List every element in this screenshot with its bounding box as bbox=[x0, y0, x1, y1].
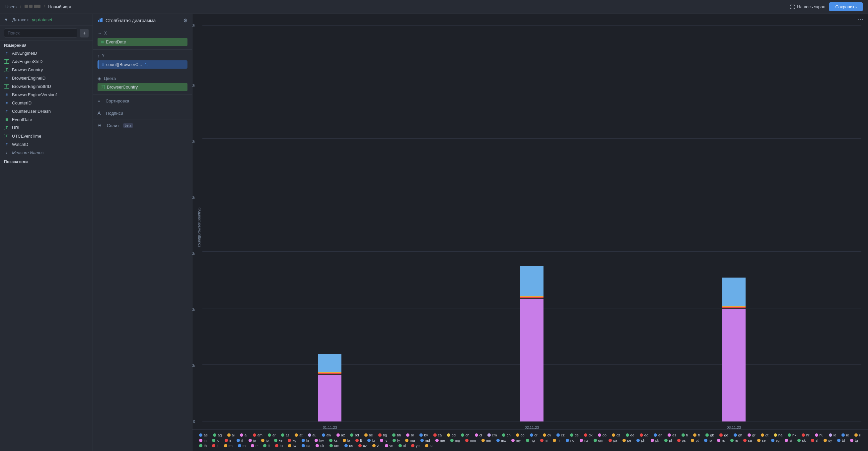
bar-stack-1[interactable] bbox=[318, 354, 341, 421]
text-icon: T bbox=[4, 134, 9, 138]
legend-dot bbox=[850, 439, 854, 442]
legend-label: kr bbox=[306, 439, 309, 442]
legend-dot bbox=[743, 439, 747, 442]
y-field-chip[interactable]: # count([BrowserC... fω bbox=[98, 60, 187, 69]
legend-item: ag bbox=[213, 433, 222, 437]
legend-item: ai bbox=[227, 433, 235, 437]
bar-seg-blue bbox=[520, 266, 544, 296]
colors-field-chip[interactable]: T BrowserCountry bbox=[98, 83, 187, 91]
legend-label: td bbox=[842, 439, 845, 442]
field-BrowserCountry[interactable]: T BrowserCountry bbox=[0, 66, 93, 74]
field-CounterUserIDHash[interactable]: # CounterUserIDHash bbox=[0, 107, 93, 116]
legend-dot bbox=[199, 444, 203, 447]
settings-icon[interactable]: ⚙ bbox=[183, 18, 187, 24]
fullscreen-button[interactable]: На весь экран bbox=[790, 4, 825, 9]
legend-label: mx bbox=[501, 439, 506, 442]
bar-stack-2[interactable] bbox=[520, 266, 544, 421]
legend-dot bbox=[355, 439, 359, 442]
legend-label: ir bbox=[229, 439, 231, 442]
hash-icon: # bbox=[4, 93, 9, 97]
y-axis-text: count([BrowserCountry]) bbox=[196, 25, 203, 429]
legend-item: mm bbox=[465, 439, 476, 442]
legend-label: gb bbox=[710, 433, 714, 437]
legend-dot bbox=[213, 433, 216, 437]
legend-label: it bbox=[241, 439, 243, 442]
main-layout: ▼ Датасет: yq-dataset + Измерения # AdvE… bbox=[0, 14, 868, 451]
legend-item: mx bbox=[496, 439, 506, 442]
dataset-link[interactable]: yq-dataset bbox=[32, 17, 53, 22]
field-AdvEngineStrID[interactable]: T AdvEngineStrID bbox=[0, 57, 93, 66]
legend-label: cz bbox=[561, 433, 565, 437]
svg-rect-1 bbox=[29, 5, 33, 8]
legend-item: tt bbox=[263, 444, 270, 448]
legend-item: lt bbox=[355, 439, 362, 442]
field-BrowserEngineStrID[interactable]: T BrowserEngineStrID bbox=[0, 82, 93, 91]
more-options-button[interactable]: ··· bbox=[858, 17, 864, 23]
legend-item: as bbox=[281, 433, 290, 437]
legend-label: br bbox=[411, 433, 414, 437]
labels-section: A Подписи bbox=[93, 107, 192, 119]
dimensions-title: Измерения bbox=[0, 40, 93, 49]
x-tick-3: 03.11.23 bbox=[727, 425, 741, 429]
legend-dot bbox=[717, 439, 720, 442]
search-input[interactable] bbox=[4, 29, 77, 37]
legend-item: do bbox=[598, 433, 607, 437]
legend-label: in bbox=[204, 439, 207, 442]
legend-dot bbox=[771, 439, 774, 442]
legend-item: hu bbox=[815, 433, 824, 437]
legend-dot bbox=[598, 433, 601, 437]
x-field-chip[interactable]: ⊞ EventDate bbox=[98, 38, 187, 46]
legend-dot bbox=[420, 433, 423, 437]
sidebar: ▼ Датасет: yq-dataset + Измерения # AdvE… bbox=[0, 14, 93, 451]
fullscreen-icon bbox=[790, 5, 795, 9]
hash-icon: # bbox=[4, 101, 9, 105]
legend-dot bbox=[530, 433, 533, 437]
hash-icon: # bbox=[4, 76, 9, 80]
legend-dot bbox=[622, 439, 626, 442]
legend-label: kg bbox=[292, 439, 296, 442]
legend-item: ir bbox=[225, 439, 231, 442]
y-tick: 1 500k bbox=[192, 83, 195, 87]
legend-item: au bbox=[308, 433, 316, 437]
legend-item: tu bbox=[275, 444, 283, 448]
legend-item: lu bbox=[367, 439, 375, 442]
legend-dot bbox=[302, 444, 305, 447]
add-field-button[interactable]: + bbox=[80, 29, 89, 37]
field-URL[interactable]: T URL bbox=[0, 124, 93, 132]
split-section: ⊟ Сплит beta bbox=[93, 119, 192, 131]
legend-label: mg bbox=[455, 439, 460, 442]
legend-label: pe bbox=[627, 439, 631, 442]
field-label: BrowserEngineID bbox=[12, 75, 45, 80]
field-AdvEngineID[interactable]: # AdvEngineID bbox=[0, 49, 93, 57]
legend-dot bbox=[224, 444, 227, 447]
legend-label: th bbox=[204, 444, 207, 448]
save-button[interactable]: Сохранить bbox=[829, 2, 863, 11]
legend-item: ua bbox=[302, 444, 310, 448]
field-label: BrowserCountry bbox=[12, 67, 43, 72]
y-tick: 1 250k bbox=[192, 139, 195, 143]
legend-label: dk bbox=[589, 433, 593, 437]
legend-label: lu bbox=[372, 439, 375, 442]
bar-seg-pink bbox=[722, 309, 746, 421]
legend-item: tn bbox=[238, 444, 246, 448]
legend-dot bbox=[315, 439, 318, 442]
y-fn-label: fω bbox=[145, 63, 149, 67]
legend-label: se bbox=[762, 439, 766, 442]
legend-item: gh bbox=[734, 433, 742, 437]
field-CounterID[interactable]: # CounterID bbox=[0, 99, 93, 107]
field-EventDate[interactable]: ⊞ EventDate bbox=[0, 116, 93, 124]
y-tick: 750k bbox=[192, 251, 195, 255]
svg-rect-0 bbox=[25, 5, 28, 8]
field-MeasureNames[interactable]: i Measure Names bbox=[0, 149, 93, 157]
field-BrowserEngineID[interactable]: # BrowserEngineID bbox=[0, 74, 93, 82]
collapse-icon[interactable]: ▼ bbox=[4, 17, 8, 22]
legend-dot bbox=[570, 433, 574, 437]
field-UTCEventTime[interactable]: T UTCEventTime bbox=[0, 132, 93, 140]
bar-stack-3[interactable] bbox=[722, 278, 746, 421]
legend-dot bbox=[802, 433, 805, 437]
breadcrumb-users[interactable]: Users bbox=[5, 4, 17, 9]
field-BrowserEngineVersion1[interactable]: # BrowserEngineVersion1 bbox=[0, 91, 93, 99]
legend-item: nz bbox=[580, 439, 588, 442]
legend-label: pk bbox=[655, 439, 659, 442]
field-WatchID[interactable]: # WatchID bbox=[0, 140, 93, 149]
